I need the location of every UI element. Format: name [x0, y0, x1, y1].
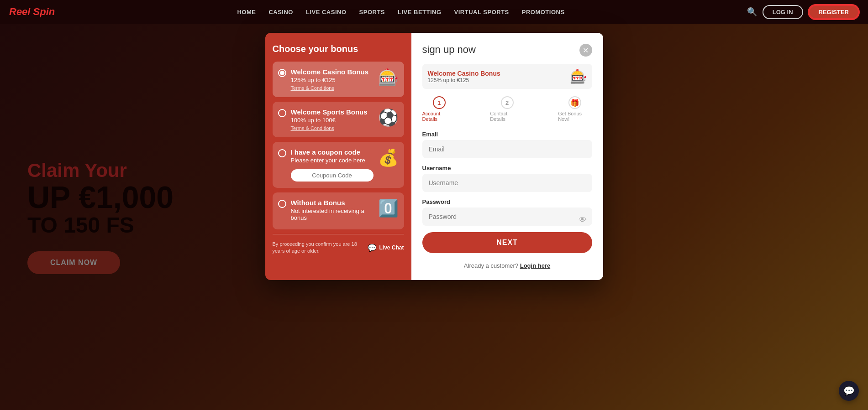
bonus-terms-sports[interactable]: Terms & Conditions — [291, 125, 374, 131]
bonus-item-coupon[interactable]: I have a coupon code Please enter your c… — [273, 142, 404, 188]
login-button[interactable]: LOG IN — [763, 5, 803, 19]
registration-modal: Choose your bonus Welcome Casino Bonus 1… — [265, 33, 603, 280]
nav-live-casino[interactable]: LIVE CASINO — [306, 9, 347, 16]
signup-header: sign up now ✕ — [422, 44, 592, 57]
step-1: 1 Account Details — [422, 96, 456, 122]
password-wrapper: 👁 — [422, 208, 592, 232]
step-3-circle: 🎁 — [568, 96, 581, 109]
login-here-link[interactable]: Login here — [520, 262, 550, 269]
username-input[interactable] — [422, 174, 592, 192]
coupon-bonus-icon: 💰 — [378, 148, 399, 167]
sports-bonus-icon: ⚽ — [378, 108, 399, 127]
bonus-name-sports: Welcome Sports Bonus — [291, 108, 374, 116]
email-input[interactable] — [422, 140, 592, 158]
password-label: Password — [422, 198, 592, 205]
nav-home[interactable]: HOME — [237, 9, 256, 16]
bonus-footer: By proceeding you confirm you are 18 yea… — [273, 234, 404, 255]
signup-panel: sign up now ✕ Welcome Casino Bonus 125% … — [411, 33, 603, 280]
bonus-item-casino[interactable]: Welcome Casino Bonus 125% up to €125 Ter… — [273, 62, 404, 97]
bonus-name-coupon: I have a coupon code — [291, 148, 374, 156]
steps-indicator: 1 Account Details 2 Contact Details 🎁 Ge… — [422, 96, 592, 122]
password-input[interactable] — [422, 208, 592, 226]
username-label: Username — [422, 165, 592, 171]
selected-bonus-amount: 125% up to €125 — [428, 77, 500, 83]
bonus-amount-sports: 100% up to 100€ — [291, 117, 374, 124]
bonus-footer-text: By proceeding you confirm you are 18 yea… — [273, 241, 368, 255]
bonus-amount-casino: 125% up to €125 — [291, 77, 374, 83]
email-label: Email — [422, 131, 592, 138]
selected-bonus-badge-icon: 🎰 — [570, 68, 587, 84]
step-1-label: Account Details — [422, 111, 456, 122]
bonus-radio-sports[interactable] — [278, 109, 286, 117]
nav-links: HOME CASINO LIVE CASINO SPORTS LIVE BETT… — [237, 9, 564, 16]
nav-right: 🔍 LOG IN REGISTER — [747, 5, 859, 19]
no-bonus-icon: 0️⃣ — [378, 199, 399, 218]
step-2: 2 Contact Details — [490, 96, 524, 122]
nav-casino[interactable]: CASINO — [268, 9, 293, 16]
step-2-label: Contact Details — [490, 111, 524, 122]
step-3: 🎁 Get Bonus Now! — [558, 96, 592, 122]
modal-backdrop: Choose your bonus Welcome Casino Bonus 1… — [0, 24, 868, 410]
casino-bonus-icon: 🎰 — [378, 68, 399, 87]
coupon-input[interactable] — [291, 169, 374, 182]
bonus-info-sports: Welcome Sports Bonus 100% up to 100€ Ter… — [291, 108, 374, 131]
selected-bonus-name: Welcome Casino Bonus — [428, 70, 500, 77]
bonus-terms-casino[interactable]: Terms & Conditions — [291, 85, 374, 91]
bonus-radio-no-bonus[interactable] — [278, 200, 286, 208]
bonus-radio-casino[interactable] — [278, 69, 286, 77]
nav-promotions[interactable]: PROMOTIONS — [522, 9, 565, 16]
live-chat-button[interactable]: 💬 Live Chat — [368, 244, 404, 252]
bonus-item-sports[interactable]: Welcome Sports Bonus 100% up to 100€ Ter… — [273, 102, 404, 137]
logo: Reel Spin — [9, 6, 55, 18]
nav-sports[interactable]: SPORTS — [359, 9, 385, 16]
bonus-info-casino: Welcome Casino Bonus 125% up to €125 Ter… — [291, 68, 374, 91]
step-3-label: Get Bonus Now! — [558, 111, 592, 122]
navbar: Reel Spin HOME CASINO LIVE CASINO SPORTS… — [0, 0, 868, 24]
chat-widget[interactable]: 💬 — [839, 381, 859, 401]
next-button[interactable]: NEXT — [422, 232, 592, 253]
step-connector-1 — [456, 106, 490, 106]
step-1-circle: 1 — [433, 96, 446, 109]
bonus-info-coupon: I have a coupon code Please enter your c… — [291, 148, 374, 182]
bonus-info-no-bonus: Without a Bonus Not interested in receiv… — [291, 199, 374, 223]
already-customer-text: Already a customer? Login here — [422, 262, 592, 269]
already-customer-label: Already a customer? — [464, 262, 518, 269]
search-icon[interactable]: 🔍 — [747, 7, 757, 17]
bonus-item-no-bonus[interactable]: Without a Bonus Not interested in receiv… — [273, 192, 404, 229]
bonus-panel: Choose your bonus Welcome Casino Bonus 1… — [265, 33, 411, 280]
bonus-name-casino: Welcome Casino Bonus — [291, 68, 374, 76]
selected-bonus-badge: Welcome Casino Bonus 125% up to €125 🎰 — [422, 64, 592, 89]
bonus-amount-coupon: Please enter your code here — [291, 157, 374, 164]
chat-bubble-icon: 💬 — [368, 244, 377, 252]
bonus-radio-coupon[interactable] — [278, 149, 286, 157]
nav-live-betting[interactable]: LIVE BETTING — [398, 9, 442, 16]
bonus-amount-no-bonus: Not interested in receiving a bonus — [291, 208, 374, 221]
nav-virtual-sports[interactable]: VIRTUAL SPORTS — [454, 9, 509, 16]
show-password-icon[interactable]: 👁 — [579, 215, 587, 225]
register-button[interactable]: REGISTER — [809, 5, 859, 19]
bonus-panel-title: Choose your bonus — [273, 44, 404, 54]
signup-title: sign up now — [422, 44, 476, 56]
selected-bonus-info: Welcome Casino Bonus 125% up to €125 — [428, 70, 500, 83]
bonus-name-no-bonus: Without a Bonus — [291, 199, 374, 207]
step-2-circle: 2 — [501, 96, 514, 109]
live-chat-label: Live Chat — [379, 244, 404, 251]
step-connector-2 — [524, 106, 558, 106]
close-button[interactable]: ✕ — [579, 44, 592, 57]
